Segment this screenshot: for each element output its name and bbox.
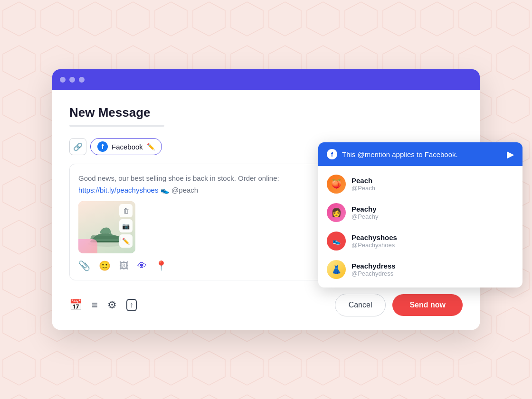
cancel-button[interactable]: Cancel <box>335 294 386 316</box>
share-icon[interactable]: ↑ <box>126 299 137 311</box>
image-preview: 🗑 📷 ✏️ <box>78 201 135 253</box>
facebook-icon: f <box>97 141 108 152</box>
location-icon[interactable]: 📍 <box>155 260 167 271</box>
mention-info-peachydress: Peachydress @Peachydress <box>352 262 396 277</box>
eye-icon[interactable]: 👁 <box>137 260 147 271</box>
mention-name-peachy: Peachy <box>352 205 379 213</box>
page-title: New Message <box>69 105 463 120</box>
avatar-peachyshoes: 👟 <box>327 232 346 251</box>
mention-handle-peachydress: @Peachydress <box>352 270 396 277</box>
message-link: https://bit.ly/peachyshoes <box>78 186 158 194</box>
main-window: New Message 🔗 f Facebook ✏️ Good news, o… <box>52 69 480 330</box>
attachment-icon[interactable]: 📎 <box>78 260 90 271</box>
image-delete-button[interactable]: 🗑 <box>119 204 133 217</box>
window-dot-2 <box>69 77 75 83</box>
lines-icon[interactable]: ≡ <box>92 299 98 311</box>
image-actions: 🗑 📷 ✏️ <box>119 204 133 248</box>
mention-header-text: This @mention applies to Facebook. <box>342 150 458 158</box>
mention-handle-peach: @Peach <box>352 185 375 192</box>
mention-name-peachydress: Peachydress <box>352 262 396 270</box>
mention-item-peachyshoes[interactable]: 👟 Peachyshoes @Peachyshoes <box>318 227 522 255</box>
bottom-left-icons: 📅 ≡ ⚙ ↑ <box>69 299 137 311</box>
image-camera-button[interactable]: 📷 <box>119 219 133 232</box>
titlebar <box>52 69 480 90</box>
link-icon: 🔗 <box>73 142 83 151</box>
cursor-arrow-icon: ▶ <box>507 148 514 160</box>
window-body: New Message 🔗 f Facebook ✏️ Good news, o… <box>52 90 480 330</box>
mention-item-peachydress[interactable]: 👗 Peachydress @Peachydress <box>318 255 522 284</box>
gear-icon[interactable]: ⚙ <box>107 299 117 311</box>
mention-name-peach: Peach <box>352 176 375 185</box>
bottom-bar: 📅 ≡ ⚙ ↑ Cancel Send now <box>69 290 463 316</box>
calendar-icon[interactable]: 📅 <box>69 299 82 311</box>
mention-info-peachy: Peachy @Peachy <box>352 205 379 220</box>
mention-header: f This @mention applies to Facebook. ▶ <box>318 142 522 166</box>
emoji-icon[interactable]: 🙂 <box>99 260 111 271</box>
mention-info-peach: Peach @Peach <box>352 176 375 192</box>
mention-list: 🍑 Peach @Peach 👩 Peachy @Peachy <box>318 166 522 288</box>
avatar-peachydress: 👗 <box>327 260 346 279</box>
window-dot-3 <box>79 77 85 83</box>
send-button[interactable]: Send now <box>392 294 463 316</box>
mention-handle-peachy: @Peachy <box>352 213 379 220</box>
progress-bar <box>69 125 164 127</box>
edit-channel-icon[interactable]: ✏️ <box>147 143 155 150</box>
window-dot-1 <box>60 77 66 83</box>
message-link-suffix: 👟 @peach <box>161 186 198 194</box>
mention-name-peachyshoes: Peachyshoes <box>352 233 397 241</box>
facebook-tab[interactable]: f Facebook ✏️ <box>90 138 162 155</box>
image-edit-button[interactable]: ✏️ <box>119 234 133 248</box>
avatar-peach: 🍑 <box>327 175 346 194</box>
image-icon[interactable]: 🖼 <box>119 260 129 271</box>
actions-right: Cancel Send now <box>335 294 463 316</box>
avatar-peachy: 👩 <box>327 203 346 222</box>
mention-handle-peachyshoes: @Peachyshoes <box>352 241 397 249</box>
mention-dropdown: f This @mention applies to Facebook. ▶ 🍑… <box>318 142 522 288</box>
mention-info-peachyshoes: Peachyshoes @Peachyshoes <box>352 233 397 249</box>
mention-header-fb-icon: f <box>327 149 337 159</box>
link-tab[interactable]: 🔗 <box>69 138 86 155</box>
mention-item-peachy[interactable]: 👩 Peachy @Peachy <box>318 198 522 227</box>
facebook-tab-label: Facebook <box>112 143 143 151</box>
mention-item-peach[interactable]: 🍑 Peach @Peach <box>318 170 522 198</box>
